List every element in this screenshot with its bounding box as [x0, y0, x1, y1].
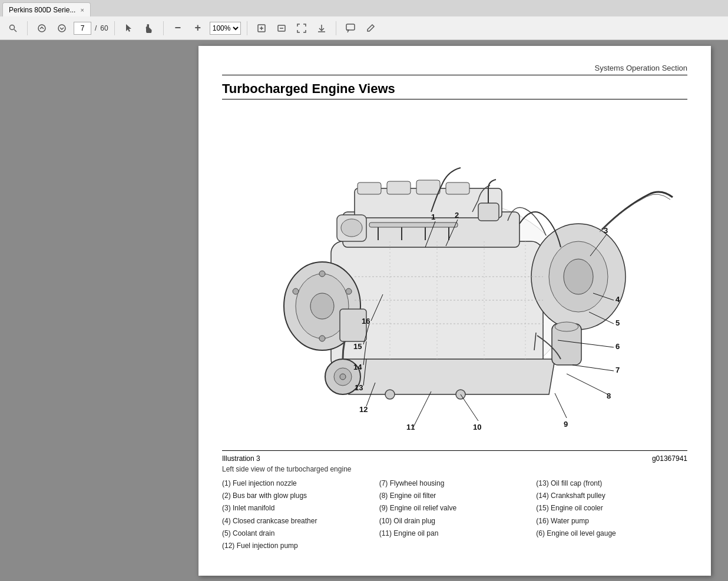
svg-point-3	[58, 25, 65, 32]
svg-point-32	[340, 374, 346, 380]
main-area: Systems Operation Section Turbocharged E…	[0, 40, 728, 581]
zoom-select[interactable]: 100% 75% 125% 150% 50%	[210, 22, 241, 35]
separator-1	[27, 21, 28, 35]
svg-text:11: 11	[406, 423, 415, 431]
svg-point-22	[319, 336, 325, 341]
svg-text:13: 13	[355, 383, 363, 392]
svg-text:6: 6	[616, 342, 620, 351]
svg-text:3: 3	[604, 226, 608, 235]
svg-line-74	[413, 391, 431, 427]
svg-text:7: 7	[616, 366, 620, 374]
part-item: (6) Engine oil level gauge	[536, 528, 687, 539]
part-item: (4) Closed crankcase breather	[222, 516, 373, 527]
section-header-text: Systems Operation Section	[594, 64, 687, 72]
part-item: (8) Engine oil filter	[379, 490, 531, 502]
svg-rect-39	[369, 223, 458, 227]
svg-rect-11	[346, 24, 355, 30]
part-item: (16) Water pump	[536, 516, 687, 527]
edit-button[interactable]	[362, 20, 379, 36]
illustration-label: Illustration 3	[222, 454, 260, 463]
svg-line-72	[461, 394, 478, 421]
svg-point-2	[38, 25, 45, 32]
engine-diagram: 1 2 3 4 5	[222, 109, 687, 444]
svg-text:4: 4	[616, 295, 620, 304]
part-item: (14) Crankshaft pulley	[536, 490, 687, 502]
svg-point-41	[341, 219, 362, 237]
svg-line-66	[573, 365, 614, 371]
svg-point-0	[10, 25, 15, 29]
comment-button[interactable]	[342, 20, 359, 36]
svg-line-68	[567, 374, 608, 394]
svg-rect-26	[358, 182, 381, 194]
svg-text:16: 16	[362, 317, 370, 326]
fullscreen-button[interactable]	[293, 20, 310, 36]
toolbar: / 60 − + 100% 75% 125% 150% 50%	[0, 16, 728, 40]
svg-text:15: 15	[353, 342, 362, 351]
svg-point-43	[385, 390, 395, 399]
search-button[interactable]	[5, 20, 21, 36]
part-item: (9) Engine oil relief valve	[379, 503, 531, 514]
page-up-button[interactable]	[34, 20, 50, 36]
tab-close-button[interactable]: ×	[80, 6, 84, 14]
hand-tool-button[interactable]	[141, 20, 157, 36]
fit-width-button[interactable]	[273, 20, 290, 36]
svg-point-21	[319, 271, 325, 277]
svg-line-70	[555, 393, 567, 418]
separator-2	[114, 21, 115, 35]
document-area[interactable]: Systems Operation Section Turbocharged E…	[181, 40, 728, 581]
part-item: (13) Oil fill cap (front)	[536, 478, 687, 489]
part-item: (10) Oil drain plug	[379, 516, 531, 527]
separator-3	[163, 21, 164, 35]
engine-svg: 1 2 3 4 5	[225, 112, 684, 441]
zoom-in-button[interactable]: +	[190, 20, 206, 36]
svg-text:10: 10	[473, 423, 481, 431]
svg-text:5: 5	[616, 318, 620, 327]
part-item: (12) Fuel injection pump	[222, 540, 373, 552]
svg-point-17	[564, 259, 593, 294]
svg-rect-42	[478, 203, 499, 221]
part-item: (7) Flywheel housing	[379, 478, 531, 489]
svg-rect-27	[387, 181, 411, 194]
sidebar	[0, 40, 181, 581]
svg-point-23	[293, 288, 299, 294]
part-item: (2) Bus bar with glow plugs	[222, 490, 373, 502]
svg-text:2: 2	[455, 211, 459, 220]
svg-text:12: 12	[359, 405, 368, 414]
part-item: (5) Coolant drain	[222, 528, 373, 539]
zoom-out-button[interactable]: −	[170, 20, 186, 36]
svg-marker-4	[126, 24, 131, 32]
section-header: Systems Operation Section	[222, 64, 687, 75]
part-item: (15) Engine oil cooler	[536, 503, 687, 514]
svg-text:1: 1	[431, 213, 435, 221]
parts-list: (1) Fuel injection nozzle(7) Flywheel ho…	[222, 478, 687, 552]
document-page: Systems Operation Section Turbocharged E…	[198, 46, 711, 576]
illustration-id: g01367941	[652, 454, 687, 463]
svg-rect-28	[416, 180, 440, 194]
page-separator: /	[95, 24, 97, 32]
separator-5	[336, 21, 336, 35]
page-title: Turbocharged Engine Views	[222, 81, 687, 97]
svg-text:8: 8	[607, 391, 611, 400]
download-button[interactable]	[313, 20, 330, 36]
caption-header: Illustration 3 g01367941	[222, 454, 687, 463]
caption-description: Left side view of the turbocharged engin…	[222, 465, 687, 473]
cursor-tool-button[interactable]	[121, 20, 137, 36]
caption-area: Illustration 3 g01367941 Left side view …	[222, 450, 687, 552]
page-down-button[interactable]	[54, 20, 70, 36]
tab-title: Perkins 800D Serie...	[9, 6, 75, 14]
separator-4	[247, 21, 247, 35]
svg-point-34	[555, 322, 578, 331]
tab-bar: Perkins 800D Serie... ×	[0, 0, 728, 16]
title-divider	[222, 99, 687, 99]
svg-line-1	[14, 29, 16, 32]
svg-text:9: 9	[564, 420, 568, 429]
page-total: 60	[100, 24, 108, 32]
fit-page-button[interactable]	[253, 20, 270, 36]
document-tab[interactable]: Perkins 800D Serie... ×	[2, 2, 91, 16]
part-item: (11) Engine oil pan	[379, 528, 531, 539]
svg-text:14: 14	[353, 363, 362, 371]
part-item: (1) Fuel injection nozzle	[222, 478, 373, 489]
svg-point-24	[346, 288, 352, 294]
page-number-input[interactable]	[74, 22, 91, 35]
part-item: (3) Inlet manifold	[222, 503, 373, 514]
